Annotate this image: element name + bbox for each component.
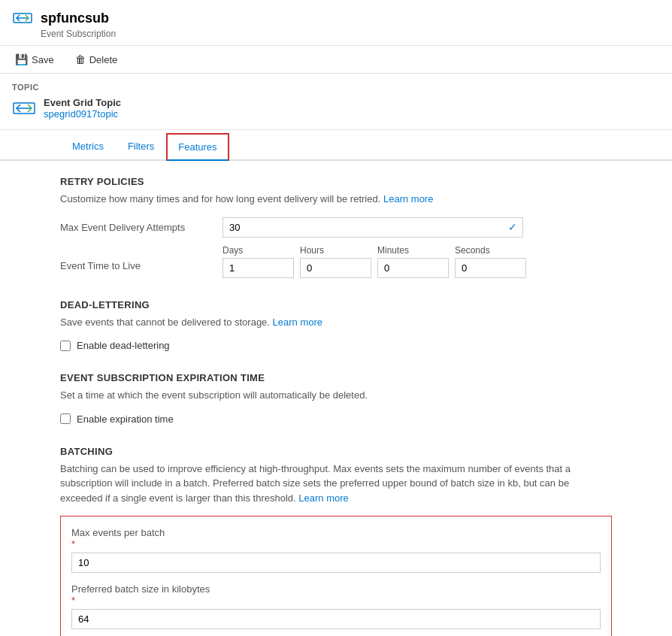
days-input-group: Days xyxy=(222,245,294,278)
max-events-label: Max events per batch * xyxy=(71,527,601,550)
max-delivery-label: Max Event Delivery Attempts xyxy=(60,222,210,233)
preferred-size-group: Preferred batch size in kilobytes * xyxy=(71,583,601,629)
dead-lettering-desc-text: Save events that cannot be delivered to … xyxy=(60,316,270,328)
expiration-checkbox-row: Enable expiration time xyxy=(60,413,612,425)
header: spfuncsub Event Subscription xyxy=(0,0,672,46)
dead-lettering-checkbox-label[interactable]: Enable dead-lettering xyxy=(77,340,170,351)
minutes-label: Minutes xyxy=(377,245,449,256)
toolbar: 💾 Save 🗑 Delete xyxy=(0,46,672,74)
delete-icon: 🗑 xyxy=(75,53,86,65)
dead-lettering-section: DEAD-LETTERING Save events that cannot b… xyxy=(60,299,612,352)
hours-input-group: Hours xyxy=(300,245,371,278)
minutes-input[interactable] xyxy=(377,258,449,278)
delete-button[interactable]: 🗑 Delete xyxy=(72,52,121,67)
expiration-checkbox-label[interactable]: Enable expiration time xyxy=(77,413,174,425)
dead-lettering-checkbox[interactable] xyxy=(60,341,71,351)
seconds-input[interactable] xyxy=(455,258,526,278)
dead-lettering-learn-more-link[interactable]: Learn more xyxy=(273,316,322,328)
expiration-title: EVENT SUBSCRIPTION EXPIRATION TIME xyxy=(60,372,612,383)
days-input[interactable] xyxy=(222,258,294,278)
topic-link[interactable]: spegrid0917topic xyxy=(44,108,118,120)
topic-label: TOPIC xyxy=(12,83,660,92)
topic-section: TOPIC Event Grid Topic spegrid0917topic xyxy=(0,74,672,130)
preferred-size-input[interactable] xyxy=(71,609,601,629)
dead-lettering-title: DEAD-LETTERING xyxy=(60,299,612,310)
delete-label: Delete xyxy=(89,54,118,65)
batching-desc: Batching can be used to improve efficien… xyxy=(60,462,612,506)
tab-filters[interactable]: Filters xyxy=(116,133,166,159)
batching-fields-box: Max events per batch * Preferred batch s… xyxy=(60,516,612,636)
expiration-checkbox[interactable] xyxy=(60,413,71,424)
save-icon: 💾 xyxy=(15,53,28,65)
seconds-input-group: Seconds xyxy=(455,245,526,278)
save-button[interactable]: 💾 Save xyxy=(12,52,57,67)
days-label: Days xyxy=(222,245,294,256)
hours-label: Hours xyxy=(300,245,371,256)
expiration-section: EVENT SUBSCRIPTION EXPIRATION TIME Set a… xyxy=(60,372,612,425)
batching-title: BATCHING xyxy=(60,446,612,457)
max-delivery-row: Max Event Delivery Attempts 30 ✓ xyxy=(60,217,612,238)
event-grid-topic-icon xyxy=(12,96,36,120)
dead-lettering-desc: Save events that cannot be delivered to … xyxy=(60,315,612,330)
batching-learn-more-link[interactable]: Learn more xyxy=(298,492,348,504)
max-events-group: Max events per batch * xyxy=(71,527,601,573)
batching-section: BATCHING Batching can be used to improve… xyxy=(60,446,612,637)
main-content: RETRY POLICIES Customize how many times … xyxy=(0,161,672,636)
retry-learn-more-link[interactable]: Learn more xyxy=(383,193,433,204)
max-delivery-dropdown-wrapper: 30 ✓ xyxy=(222,217,523,238)
preferred-size-label: Preferred batch size in kilobytes * xyxy=(71,583,601,606)
tabs-bar: Metrics Filters Features xyxy=(0,133,672,161)
seconds-label: Seconds xyxy=(455,245,526,256)
minutes-input-group: Minutes xyxy=(377,245,449,278)
page-subtitle: Event Subscription xyxy=(41,29,660,39)
retry-desc-text: Customize how many times and for how lon… xyxy=(60,193,380,204)
page-title: spfuncsub xyxy=(41,11,109,26)
expiration-desc-text: Set a time at which the event subscripti… xyxy=(60,389,368,401)
max-events-input[interactable] xyxy=(71,553,601,573)
expiration-desc: Set a time at which the event subscripti… xyxy=(60,388,612,403)
event-ttl-row: Event Time to Live Days Hours Minutes Se… xyxy=(60,245,612,278)
tab-features[interactable]: Features xyxy=(166,133,229,161)
dead-lettering-checkbox-row: Enable dead-lettering xyxy=(60,340,612,351)
tab-metrics[interactable]: Metrics xyxy=(60,133,116,159)
event-subscription-icon xyxy=(12,8,33,29)
save-label: Save xyxy=(32,54,54,65)
hours-input[interactable] xyxy=(300,258,371,278)
event-ttl-label: Event Time to Live xyxy=(60,245,210,271)
time-inputs: Days Hours Minutes Seconds xyxy=(222,245,526,278)
max-delivery-select[interactable]: 30 xyxy=(222,217,523,238)
topic-type: Event Grid Topic xyxy=(44,97,121,108)
retry-policies-desc: Customize how many times and for how lon… xyxy=(60,192,612,207)
retry-policies-title: RETRY POLICIES xyxy=(60,176,612,187)
retry-policies-section: RETRY POLICIES Customize how many times … xyxy=(60,176,612,278)
